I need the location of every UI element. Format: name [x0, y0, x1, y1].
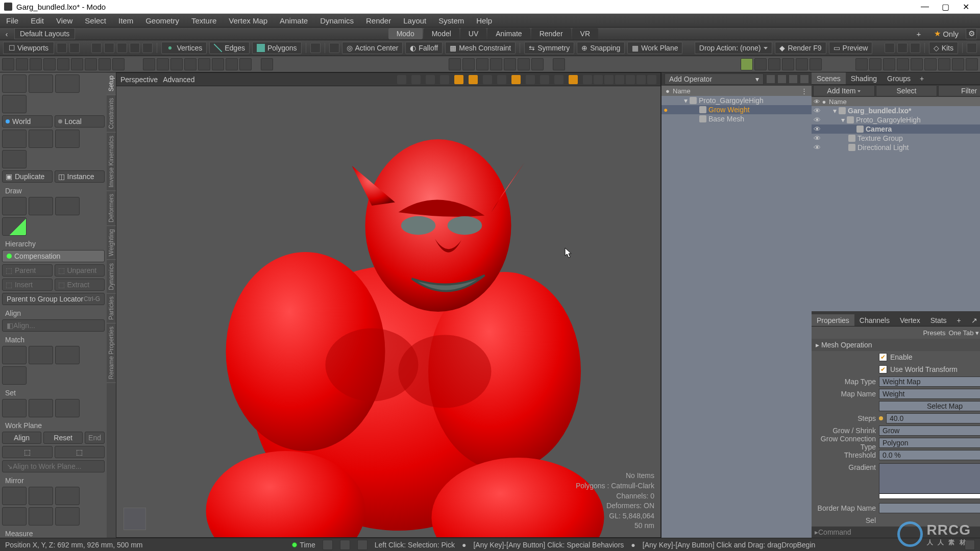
mesh-operation-header[interactable]: ▸ Mesh Operation — [812, 339, 980, 351]
mirror1-button[interactable] — [2, 487, 27, 505]
use-world-checkbox[interactable] — [879, 365, 887, 373]
vp-opt10-icon[interactable] — [526, 75, 535, 84]
work-plane-button[interactable]: ▦ Work Plane — [627, 42, 682, 54]
meshops-row[interactable]: ▾Proto_GargoyleHigh — [662, 96, 812, 105]
set3-button[interactable] — [55, 399, 80, 417]
grow-shrink-field[interactable]: Grow — [879, 425, 980, 436]
window-minimize[interactable]: — — [915, 0, 935, 14]
world-button[interactable]: World — [2, 115, 53, 128]
sel-mode3-icon[interactable] — [117, 43, 127, 53]
wp2-button[interactable]: ⬚ — [55, 446, 105, 458]
istrip-l3-icon[interactable] — [30, 58, 42, 70]
tool-a-icon[interactable] — [310, 43, 321, 53]
mirror6-button[interactable] — [55, 507, 80, 525]
istrip-rb9-icon[interactable] — [966, 58, 978, 70]
vertices-button[interactable]: Vertices — [161, 42, 207, 54]
istrip-l4-icon[interactable] — [43, 58, 56, 70]
istrip-m6-icon[interactable] — [518, 58, 530, 70]
time-btn2-icon[interactable] — [340, 540, 350, 550]
istrip-ra1-icon[interactable] — [741, 58, 753, 70]
mesh-constraint-button[interactable]: ▩ Mesh Constraint — [445, 42, 516, 54]
draw1-button[interactable] — [2, 197, 27, 215]
time-btn1-icon[interactable] — [323, 540, 333, 550]
sel-mode2-icon[interactable] — [104, 43, 114, 53]
vp-opt1-icon[interactable] — [397, 75, 406, 84]
layout-tab-render[interactable]: Render — [531, 28, 571, 39]
draw3-button[interactable] — [55, 197, 80, 215]
falloff-button[interactable]: ◐ Falloff — [405, 42, 443, 54]
snapping-button[interactable]: ⊕ Snapping — [577, 42, 625, 54]
istrip-rb6-icon[interactable] — [924, 58, 937, 70]
menu-help[interactable]: Help — [470, 14, 498, 27]
meshops-tree[interactable]: ▾Proto_GargoyleHigh●Grow WeightBase Mesh — [662, 96, 812, 538]
threshold-field[interactable]: 0.0 % — [879, 450, 980, 460]
istrip-l6-icon[interactable] — [71, 58, 83, 70]
rtool4-icon[interactable] — [967, 43, 977, 53]
vp-nav1-icon[interactable] — [583, 75, 592, 84]
istrip-rb7-icon[interactable] — [938, 58, 950, 70]
transform-move-button[interactable] — [2, 74, 27, 93]
vp-nav7-icon[interactable] — [647, 75, 656, 84]
compensation-toggle[interactable]: Compensation — [2, 250, 105, 262]
action-center-button[interactable]: ◎ Action Center — [342, 42, 403, 54]
left-vtab-setup[interactable]: Setup — [107, 72, 116, 95]
left-vtab-dynamics[interactable]: Dynamics — [107, 260, 116, 294]
layout-prev-arrow[interactable]: ‹ — [3, 30, 10, 38]
left-vtab-particles[interactable]: Particles — [107, 293, 116, 323]
duplicate-button[interactable]: ▣ Duplicate — [2, 170, 53, 183]
vp-opt6-icon[interactable] — [469, 75, 478, 84]
presets-label[interactable]: Presets — [923, 329, 945, 337]
axis-gizmo[interactable] — [124, 508, 146, 530]
only-toggle[interactable]: ★Only — [930, 28, 963, 39]
map-name-field[interactable]: Weight — [879, 389, 980, 399]
vp-nav3-icon[interactable] — [604, 75, 614, 84]
set1-button[interactable] — [2, 399, 27, 417]
enable-checkbox[interactable] — [879, 353, 887, 361]
prop-tab-action1[interactable]: ↗ — [966, 314, 980, 326]
render-button[interactable]: ◆ Render F9 — [775, 42, 826, 54]
istrip-ra6-icon[interactable] — [810, 58, 822, 70]
rtool2-icon[interactable] — [897, 43, 908, 53]
group-button[interactable] — [29, 130, 53, 148]
layout-tab-uv[interactable]: UV — [460, 28, 486, 39]
istrip-c8-icon[interactable] — [239, 58, 252, 70]
istrip-c5-icon[interactable] — [198, 58, 210, 70]
menu-geometry[interactable]: Geometry — [139, 14, 185, 27]
parent-to-group-button[interactable]: Parent to Group LocatorCtrl-G — [2, 293, 105, 305]
time-btn3-icon[interactable] — [357, 540, 368, 550]
menu-layout[interactable]: Layout — [397, 14, 432, 27]
prop-tab-vertex-[interactable]: Vertex ... — [895, 314, 925, 326]
joint-button[interactable] — [55, 130, 80, 148]
vp-nav6-icon[interactable] — [636, 75, 646, 84]
shading-mode-dropdown[interactable]: Advanced — [163, 76, 194, 84]
add-operator-dropdown[interactable]: Add Operator▾ — [665, 73, 764, 85]
meshops-btn2-icon[interactable] — [778, 75, 786, 83]
instance-button[interactable]: ◫ Instance — [55, 170, 105, 183]
scene-row[interactable]: 👁▾Garg_bundled.lxo* — [812, 106, 980, 115]
connection-type-field[interactable]: Polygon — [879, 438, 980, 448]
mirror5-button[interactable] — [29, 507, 53, 525]
border-map-field[interactable] — [879, 503, 980, 513]
istrip-ra3-icon[interactable] — [768, 58, 780, 70]
istrip-rb4-icon[interactable] — [897, 58, 909, 70]
prop-tab-channels[interactable]: Channels — [854, 314, 895, 326]
istrip-m7-icon[interactable] — [531, 58, 544, 70]
vp-nav4-icon[interactable] — [615, 75, 624, 84]
scene-tab-add[interactable]: + — [916, 72, 928, 84]
istrip-m8-icon[interactable] — [553, 58, 565, 70]
transform-rotate-button[interactable] — [29, 74, 53, 93]
align-to-workplane-button[interactable]: ↘ Align to Work Plane... — [2, 460, 105, 472]
istrip-c6-icon[interactable] — [212, 58, 224, 70]
menu-animate[interactable]: Animate — [274, 14, 314, 27]
scene-row[interactable]: 👁Texture Group — [812, 134, 980, 143]
vp-nav2-icon[interactable] — [594, 75, 603, 84]
viewports-layout2-icon[interactable] — [69, 43, 80, 53]
scene-tab-shading[interactable]: Shading — [846, 72, 882, 84]
mirror2-button[interactable] — [29, 487, 53, 505]
align-wp-button[interactable]: Align — [2, 432, 41, 444]
tool-b-icon[interactable] — [329, 43, 339, 53]
menu-render[interactable]: Render — [360, 14, 397, 27]
insert-button[interactable]: ⬚ Insert — [2, 279, 53, 291]
left-vtab-weighting[interactable]: Weighting — [107, 226, 116, 260]
istrip-m5-icon[interactable] — [504, 58, 516, 70]
